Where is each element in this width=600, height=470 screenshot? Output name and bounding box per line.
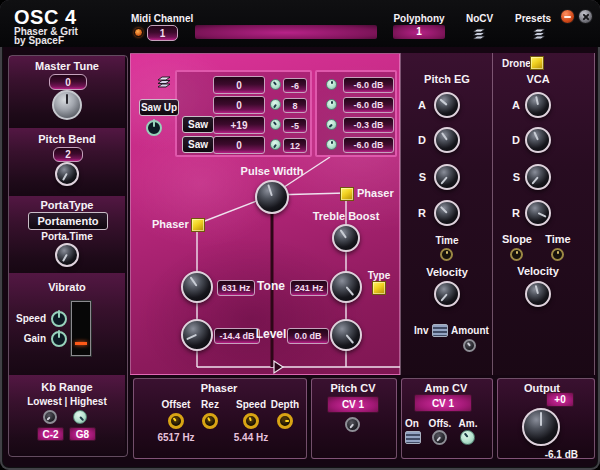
osc3-detune-value[interactable]: +19 <box>213 116 265 134</box>
vca-velocity-knob[interactable] <box>525 281 551 307</box>
osc3-wave-button[interactable]: Saw <box>182 116 214 133</box>
porta-time-label: Porta.Time <box>41 231 93 242</box>
polyphony-value[interactable]: 1 <box>393 25 445 39</box>
pitch-eg-time-knob[interactable] <box>440 248 453 261</box>
pitch-cv-selector[interactable]: CV 1 <box>327 396 379 413</box>
phaser-offset-label: Offset <box>162 399 191 410</box>
pitch-cv-knob[interactable] <box>345 417 360 432</box>
porta-type-selector[interactable]: Portamento <box>28 212 108 230</box>
vibrato-speed-power-icon[interactable] <box>51 311 67 327</box>
osc-power-icon[interactable] <box>146 120 162 136</box>
phaser-rez-knob[interactable] <box>202 413 218 429</box>
drone-label: Drone <box>502 58 531 69</box>
type-button[interactable] <box>372 281 386 295</box>
tone-left-value[interactable]: 631 Hz <box>217 280 255 296</box>
osc-bank-icon[interactable] <box>156 72 173 89</box>
midi-channel-label: Midi Channel <box>131 13 193 24</box>
amp-cv-am-knob[interactable] <box>460 430 475 445</box>
osc4-wave-button[interactable]: Saw <box>182 136 214 153</box>
midi-channel-value[interactable]: 1 <box>147 25 178 41</box>
pitch-eg-s-knob[interactable] <box>434 164 460 190</box>
osc4-semi-value[interactable]: 12 <box>283 138 307 153</box>
vca-s-knob[interactable] <box>525 164 551 190</box>
osc1-detune-value[interactable]: 0 <box>213 76 265 94</box>
drone-button[interactable] <box>530 56 544 70</box>
kb-lowest-knob[interactable] <box>43 410 57 424</box>
osc1-gain-knob[interactable] <box>326 79 337 90</box>
phaser-depth-knob[interactable] <box>277 413 293 429</box>
kb-highest-knob[interactable] <box>73 410 87 424</box>
pitch-eg-r-knob[interactable] <box>434 200 460 226</box>
vibrato-speed-label: Speed <box>16 313 46 324</box>
output-value[interactable]: +0 <box>546 392 574 407</box>
tone-right-value[interactable]: 241 Hz <box>290 280 328 296</box>
osc-wave-button[interactable]: Saw Up <box>139 99 179 116</box>
minimize-button[interactable] <box>560 9 575 24</box>
osc2-detune-knob[interactable] <box>270 99 281 110</box>
porta-time-knob[interactable] <box>55 243 79 267</box>
osc2-level-value[interactable]: -6.0 dB <box>343 97 394 113</box>
osc4-gain-knob[interactable] <box>326 139 337 150</box>
pitch-eg-amount-knob[interactable] <box>463 339 476 352</box>
plugin-window: OSC 4 Phaser & Grit by SpaceF Midi Chann… <box>0 0 600 470</box>
osc4-detune-value[interactable]: 0 <box>213 136 265 154</box>
amp-cv-selector[interactable]: CV 1 <box>414 394 472 412</box>
close-button[interactable] <box>578 9 593 24</box>
phaser-right-button[interactable] <box>340 187 354 201</box>
amp-cv-on-toggle[interactable] <box>405 431 421 444</box>
osc1-level-value[interactable]: -6.0 dB <box>343 77 394 93</box>
osc1-detune-knob[interactable] <box>270 79 281 90</box>
kb-lowest-value[interactable]: C-2 <box>37 427 64 441</box>
kb-highest-value[interactable]: G8 <box>69 427 96 441</box>
pitch-bend-value[interactable]: 2 <box>53 147 83 162</box>
app-byline: by SpaceF <box>14 35 64 46</box>
pitch-eg-d-knob[interactable] <box>434 127 460 153</box>
nocv-icon[interactable] <box>471 24 488 41</box>
vca-slope-knob[interactable] <box>510 248 523 261</box>
level-right-value[interactable]: 0.0 dB <box>287 328 329 344</box>
vca-a-knob[interactable] <box>525 92 551 118</box>
treble-boost-knob[interactable] <box>332 224 360 252</box>
osc3-level-value[interactable]: -0.3 dB <box>343 117 394 133</box>
master-tune-knob[interactable] <box>52 90 82 120</box>
phaser-left-button[interactable] <box>191 218 205 232</box>
phaser-speed-knob[interactable] <box>243 413 259 429</box>
osc3-semi-value[interactable]: -5 <box>283 118 307 133</box>
osc2-detune-value[interactable]: 0 <box>213 96 265 114</box>
vca-d-knob[interactable] <box>525 127 551 153</box>
vca-time-knob[interactable] <box>551 248 564 261</box>
vca-velocity-label: Velocity <box>517 266 559 277</box>
level-left-value[interactable]: -14.4 dB <box>214 328 260 344</box>
master-tune-value[interactable]: 0 <box>49 74 87 90</box>
vibrato-gain-power-icon[interactable] <box>51 331 67 347</box>
phaser-offset-value: 6517 Hz <box>157 432 194 443</box>
presets-icon[interactable] <box>531 24 548 41</box>
amp-cv-offs-knob[interactable] <box>432 430 447 445</box>
phaser-offset-knob[interactable] <box>168 413 184 429</box>
tone-left-knob[interactable] <box>181 271 213 303</box>
vca-r-knob[interactable] <box>525 200 551 226</box>
tone-label: Tone <box>257 281 285 292</box>
vibrato-level-slider[interactable] <box>71 301 91 356</box>
osc1-semi-value[interactable]: -6 <box>283 78 307 93</box>
osc2-semi-value[interactable]: 8 <box>283 98 307 113</box>
pitch-eg-a-knob[interactable] <box>434 92 460 118</box>
title-bar: OSC 4 Phaser & Grit by SpaceF Midi Chann… <box>0 0 600 47</box>
osc4-level-value[interactable]: -6.0 dB <box>343 137 394 153</box>
pitch-eg-inv-toggle[interactable] <box>432 324 448 337</box>
osc4-detune-knob[interactable] <box>270 139 281 150</box>
pitch-eg-velocity-knob[interactable] <box>434 281 460 307</box>
pitch-bend-label: Pitch Bend <box>38 134 95 145</box>
pitch-eg-time-label: Time <box>435 235 458 246</box>
pulse-width-knob[interactable] <box>255 180 289 214</box>
osc3-gain-knob[interactable] <box>326 119 337 130</box>
osc2-gain-knob[interactable] <box>326 99 337 110</box>
output-db-value: -6.1 dB <box>540 449 578 460</box>
level-left-knob[interactable] <box>181 319 213 351</box>
pitch-bend-knob[interactable] <box>55 162 79 186</box>
presets-label: Presets <box>515 13 551 24</box>
osc3-detune-knob[interactable] <box>270 119 281 130</box>
output-knob[interactable] <box>522 408 560 446</box>
tone-right-knob[interactable] <box>330 271 362 303</box>
level-right-knob[interactable] <box>330 319 362 351</box>
